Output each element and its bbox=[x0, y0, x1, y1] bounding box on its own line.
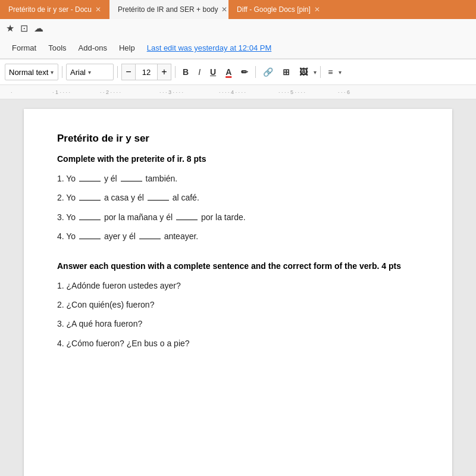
ruler-content: · · 1 · · · · · · 2 · · · · · · · 3 · · … bbox=[5, 85, 471, 99]
exercise-item-s2-4: 4. ¿Cómo fueron? ¿En bus o a pie? bbox=[57, 337, 419, 350]
divider-5 bbox=[320, 66, 321, 78]
tab-3-label: Diff - Google Docs [pin] bbox=[237, 5, 311, 14]
ruler-tick-0: · bbox=[11, 89, 12, 95]
menu-tools[interactable]: Tools bbox=[43, 41, 71, 55]
tab-2[interactable]: Pretérito de IR and SER + body ✕ bbox=[109, 0, 228, 19]
exercise-item-s2-2: 2. ¿Con quién(es) fueron? bbox=[57, 298, 419, 311]
underline-button[interactable]: U bbox=[206, 64, 220, 80]
link-button[interactable]: 🔗 bbox=[259, 64, 277, 80]
italic-button[interactable]: I bbox=[195, 64, 204, 80]
menu-addons[interactable]: Add-ons bbox=[74, 41, 112, 55]
font-size-increase-button[interactable]: + bbox=[157, 64, 171, 80]
ruler-tick-4: · · · · 4 · · · · bbox=[219, 89, 246, 95]
image-button[interactable]: 🖼 bbox=[296, 64, 311, 80]
doc-title: Pretérito de ir y ser bbox=[57, 133, 419, 145]
blank-4b bbox=[139, 239, 161, 239]
tab-1-label: Pretérito de ir y ser - Docu bbox=[8, 5, 92, 14]
exercise-item-s2-3: 3. ¿A qué hora fueron? bbox=[57, 317, 419, 330]
blank-1b bbox=[121, 181, 142, 181]
last-edit-label: Last edit was yesterday at 12:04 PM bbox=[147, 43, 272, 52]
tab-1-close[interactable]: ✕ bbox=[95, 5, 101, 14]
exercise-item-1: 1. Yo y él también. bbox=[57, 172, 419, 185]
ruler-tick-5: · · · · 5 · · · · bbox=[278, 89, 305, 95]
top-icon-row: ★ ⊡ ☁ bbox=[0, 19, 476, 37]
section1-header: Complete with the preterite of ir. 8 pts bbox=[57, 154, 419, 164]
bold-button[interactable]: B bbox=[179, 64, 192, 80]
blank-1a bbox=[79, 181, 101, 181]
image-chevron-icon: ▾ bbox=[314, 69, 317, 76]
ruler-tick-3: · · · 3 · · · · bbox=[159, 89, 183, 95]
tab-3-close[interactable]: ✕ bbox=[314, 5, 320, 14]
paragraph-chevron-icon: ▾ bbox=[339, 69, 342, 76]
divider-3 bbox=[175, 66, 176, 78]
doc-body: Pretérito de ir y ser Complete with the … bbox=[0, 99, 476, 476]
ruler: · · 1 · · · · · · 2 · · · · · · · 3 · · … bbox=[0, 85, 476, 99]
font-size-input[interactable] bbox=[136, 64, 157, 80]
font-size-control: − + bbox=[121, 64, 171, 80]
doc-page: Pretérito de ir y ser Complete with the … bbox=[24, 109, 452, 476]
blank-3a bbox=[79, 220, 101, 220]
section-gap bbox=[57, 249, 419, 261]
style-chevron-icon: ▾ bbox=[51, 69, 54, 76]
bookmark-icon[interactable]: ⊡ bbox=[20, 23, 28, 34]
exercise-item-s2-1: 1. ¿Adónde fueron ustedes ayer? bbox=[57, 279, 419, 292]
exercise-item-3: 3. Yo por la mañana y él por la tarde. bbox=[57, 211, 419, 224]
cloud-icon[interactable]: ☁ bbox=[34, 23, 43, 34]
paragraph-button[interactable]: ≡ bbox=[324, 64, 336, 80]
highlight-button[interactable]: ✏ bbox=[237, 64, 252, 80]
tab-bar: Pretérito de ir y ser - Docu ✕ Pretérito… bbox=[0, 0, 476, 19]
tab-1[interactable]: Pretérito de ir y ser - Docu ✕ bbox=[0, 0, 109, 19]
tab-3[interactable]: Diff - Google Docs [pin] ✕ bbox=[228, 0, 328, 19]
ruler-tick-1: · 1 · · · · bbox=[52, 89, 70, 95]
blank-3b bbox=[176, 220, 198, 220]
font-size-decrease-button[interactable]: − bbox=[121, 64, 136, 80]
formatting-toolbar: Normal text ▾ Arial ▾ − + B I U A ✏ 🔗 ⊞ … bbox=[0, 59, 476, 85]
exercise-item-4: 4. Yo ayer y él anteayer. bbox=[57, 230, 419, 243]
font-label: Arial bbox=[70, 68, 86, 77]
divider-4 bbox=[255, 66, 256, 78]
blank-2a bbox=[79, 200, 101, 201]
ruler-tick-2: · · 2 · · · · bbox=[100, 89, 121, 95]
exercise-item-2: 2. Yo a casa y él al café. bbox=[57, 191, 419, 204]
ruler-tick-6: · · · 6 bbox=[338, 89, 350, 95]
font-color-button[interactable]: A bbox=[222, 64, 235, 80]
section2-header: Answer each question with a complete sen… bbox=[57, 261, 419, 271]
font-select[interactable]: Arial ▾ bbox=[66, 64, 114, 80]
font-chevron-icon: ▾ bbox=[88, 69, 91, 76]
tab-2-label: Pretérito de IR and SER + body bbox=[118, 5, 218, 14]
menu-help[interactable]: Help bbox=[114, 41, 140, 55]
tab-2-close[interactable]: ✕ bbox=[221, 5, 227, 14]
blank-4a bbox=[79, 239, 101, 239]
menu-format[interactable]: Format bbox=[7, 41, 41, 55]
style-label: Normal text bbox=[9, 68, 48, 77]
font-color-label: A bbox=[226, 67, 231, 77]
blank-2b bbox=[148, 200, 169, 201]
star-icon[interactable]: ★ bbox=[6, 23, 14, 34]
style-select[interactable]: Normal text ▾ bbox=[5, 64, 58, 80]
comment-button[interactable]: ⊞ bbox=[279, 64, 293, 80]
menu-bar: Format Tools Add-ons Help Last edit was … bbox=[0, 37, 476, 59]
divider-1 bbox=[62, 66, 62, 78]
divider-2 bbox=[117, 66, 118, 78]
